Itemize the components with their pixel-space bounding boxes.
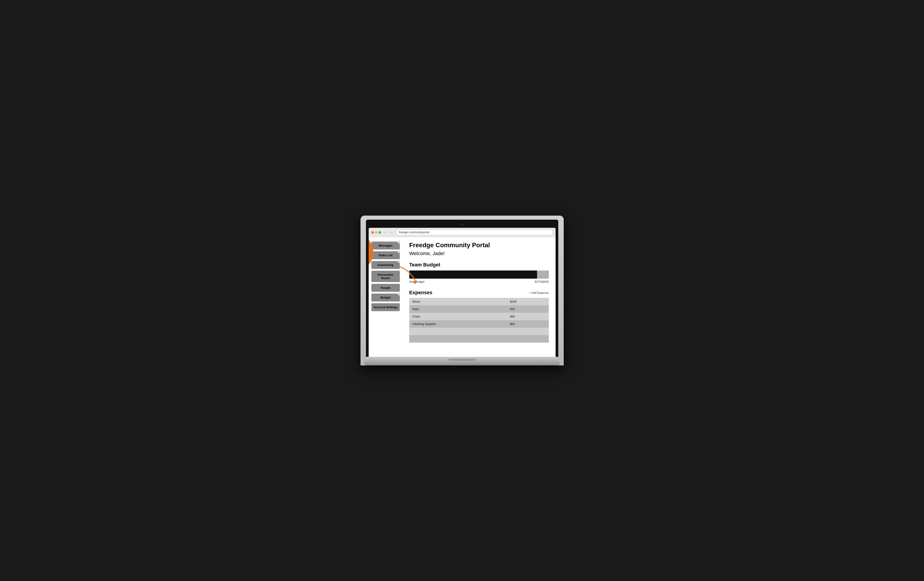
tasks-badge: 1 xyxy=(398,250,401,253)
scheduling-badge: 1 xyxy=(398,260,401,263)
laptop-base xyxy=(366,357,558,362)
sidebar: Messages 1 Tasks List 1 Scheduling 1 Dis… xyxy=(369,237,403,357)
forward-button[interactable]: → xyxy=(389,230,394,235)
webcam-area xyxy=(369,222,556,227)
table-row: Wood $150 xyxy=(409,298,549,305)
traffic-lights xyxy=(371,231,381,233)
sidebar-item-discussion-board[interactable]: Discussion Board xyxy=(371,271,400,282)
sidebar-item-messages[interactable]: Messages 1 xyxy=(371,242,400,250)
minimize-button[interactable] xyxy=(375,231,378,233)
close-button[interactable] xyxy=(371,231,374,233)
budget-badge: 1 xyxy=(398,292,401,295)
table-row: Chain $50 xyxy=(409,313,549,320)
webcam xyxy=(461,223,463,225)
laptop-frame: ← → Where's the money?? Our budget track… xyxy=(361,215,564,366)
nav-buttons: ← → xyxy=(383,230,394,235)
sidebar-item-tasks-list[interactable]: Tasks List 1 xyxy=(371,251,400,259)
screen-bezel: ← → Where's the money?? Our budget track… xyxy=(366,220,558,357)
budget-bar-remaining xyxy=(537,270,549,279)
maximize-button[interactable] xyxy=(379,231,381,233)
budget-bar xyxy=(409,270,549,279)
laptop-notch xyxy=(449,359,476,361)
budget-section-title: Team Budget xyxy=(409,262,549,268)
expense-name: Nails xyxy=(409,305,507,313)
sidebar-item-account-settings[interactable]: Account Settings xyxy=(371,303,400,311)
sidebar-item-budget[interactable]: Budget 1 xyxy=(371,293,400,301)
back-button[interactable]: ← xyxy=(383,230,388,235)
expense-name: Chain xyxy=(409,313,507,320)
budget-amount: $275/$300 xyxy=(535,280,549,283)
expense-amount: $25 xyxy=(507,305,549,313)
add-expense-button[interactable]: + Add Expense xyxy=(529,291,549,295)
laptop-bottom xyxy=(364,362,560,366)
welcome-message: Welcome, Jade! xyxy=(409,251,549,257)
expense-name: Wood xyxy=(409,298,507,305)
browser-window: ← → Where's the money?? Our budget track… xyxy=(369,228,556,357)
messages-badge: 1 xyxy=(398,240,401,243)
budget-bar-used xyxy=(409,270,537,279)
expense-amount: $50 xyxy=(507,320,549,328)
page-title: Freedge Community Portal xyxy=(409,242,549,249)
table-row-empty2 xyxy=(409,335,549,343)
see-budget-link[interactable]: See Budget xyxy=(409,280,425,283)
sidebar-item-people[interactable]: People xyxy=(371,284,400,292)
expenses-header: Expenses + Add Expense xyxy=(409,290,549,296)
browser-body: Where's the money?? Our budget tracker w… xyxy=(369,237,556,357)
table-row-empty xyxy=(409,328,549,335)
table-row: Cleaning Supplies $50 xyxy=(409,320,549,328)
expenses-section-title: Expenses xyxy=(409,290,432,296)
expense-name: Cleaning Supplies xyxy=(409,320,507,328)
expense-amount: $50 xyxy=(507,313,549,320)
browser-chrome: ← → xyxy=(369,228,556,237)
expenses-table: Wood $150 Nails $25 Chain $50 xyxy=(409,298,549,343)
sidebar-item-scheduling[interactable]: Scheduling 1 xyxy=(371,261,400,269)
table-row: Nails $25 xyxy=(409,305,549,313)
budget-labels: See Budget $275/$300 xyxy=(409,280,549,283)
main-content: Freedge Community Portal Welcome, Jade! … xyxy=(403,237,556,357)
expense-amount: $150 xyxy=(507,298,549,305)
address-bar[interactable] xyxy=(396,230,553,235)
